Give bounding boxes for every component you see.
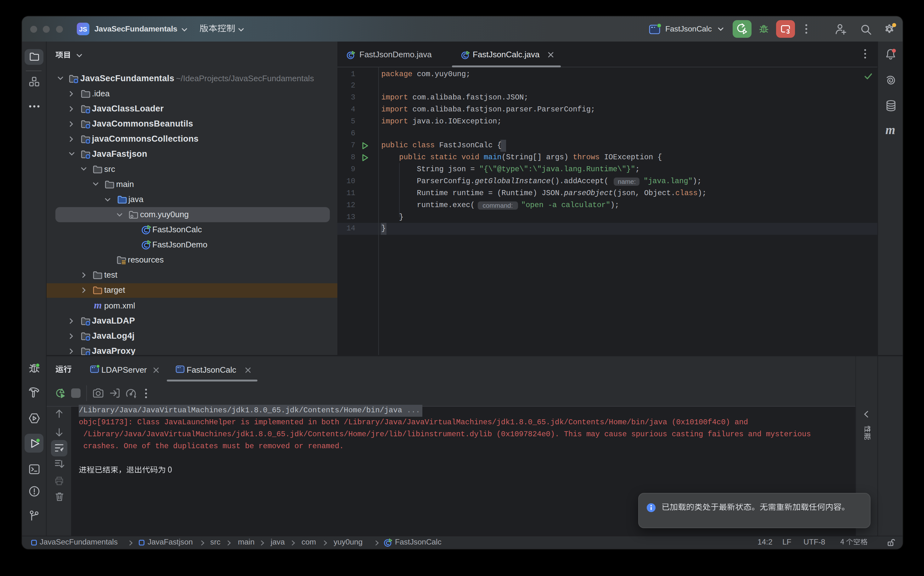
svg-text:3: 3 xyxy=(786,28,790,35)
